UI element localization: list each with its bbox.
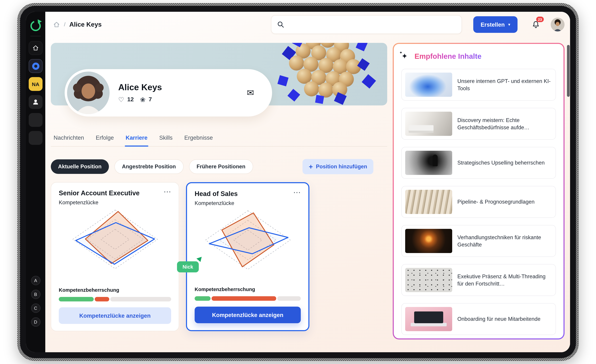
person-icon — [32, 98, 39, 106]
top-bar: / Alice Keys Erstellen ▾ 23 — [51, 12, 565, 37]
card-menu-button[interactable]: ⋯ — [164, 189, 171, 194]
scrollbar[interactable] — [567, 45, 570, 97]
notification-badge: 23 — [536, 17, 544, 22]
competency-gap-label: Kompetenzlücke — [195, 200, 301, 206]
recommended-item-title: Unsere internen GPT- und externen KI-Too… — [457, 77, 552, 92]
sidebar-divider — [30, 36, 41, 36]
add-position-button[interactable]: + Position hinzufügen — [303, 159, 373, 174]
filter-aktuelle-position[interactable]: Aktuelle Position — [51, 159, 109, 174]
profile-stats: ♡ 12 ❀ 7 — [118, 96, 162, 104]
app-window: NA A B C D / Alice Keys — [26, 12, 570, 352]
card-menu-button[interactable]: ⋯ — [293, 190, 301, 195]
recommended-item-title: Verhandlungstechniken für riskante Gesch… — [457, 233, 552, 248]
recommended-item-title: Strategisches Upselling beherrschen — [457, 159, 545, 167]
filter-fruehere-positionen[interactable]: Frühere Positionen — [189, 159, 253, 174]
thumbnail-laptop-pink — [405, 307, 452, 331]
recommended-item-title: Discovery meistern: Echte Geschäftsbedür… — [457, 116, 552, 131]
thumbnail-stairs — [405, 190, 452, 214]
banner-3d-decoration — [268, 43, 382, 105]
letter-c-label: C — [34, 305, 37, 311]
recommended-item[interactable]: Discovery meistern: Echte Geschäftsbedür… — [401, 108, 556, 140]
recommended-panel: ✦ ✦ Empfohlene Inhalte Unsere internen G… — [393, 43, 565, 340]
sparkle-small: ✦ — [399, 51, 402, 55]
sidebar-item-profile[interactable] — [29, 95, 43, 109]
filter-angestrebte-position[interactable]: Angestrebte Position — [114, 159, 184, 174]
show-competency-gap-button[interactable]: Kompetenzlücke anzeigen — [59, 307, 171, 324]
mastery-label: Kompetenzbeherrschung — [195, 287, 301, 292]
breadcrumb-current: Alice Keys — [69, 21, 102, 28]
create-button[interactable]: Erstellen ▾ — [473, 16, 518, 33]
progress-segment-remainder — [277, 296, 301, 301]
sidebar-item-d[interactable]: D — [31, 317, 40, 327]
na-badge: NA — [32, 81, 39, 87]
recommended-item[interactable]: Verhandlungstechniken für riskante Gesch… — [401, 225, 556, 257]
recommended-header: ✦ ✦ Empfohlene Inhalte — [401, 52, 556, 60]
mastery-progress-bar — [59, 297, 171, 301]
breadcrumb-separator: / — [64, 22, 66, 28]
badges-count: 7 — [149, 96, 152, 103]
show-competency-gap-button[interactable]: Kompetenzlücke anzeigen — [195, 307, 301, 323]
sidebar-item-current-app[interactable] — [29, 59, 43, 73]
letter-b-label: B — [34, 292, 37, 297]
letter-a-label: A — [34, 278, 37, 283]
app-logo-icon[interactable] — [29, 19, 43, 32]
sparkle-icon: ✦ ✦ — [401, 52, 410, 60]
recommended-item-title: Onboarding für neue Mitarbeitende — [457, 315, 541, 323]
rosette-icon: ❀ — [140, 96, 146, 104]
mail-icon[interactable]: ✉ — [247, 88, 254, 98]
recommended-item-title: Pipeline- & Prognosegrundlagen — [457, 198, 535, 206]
sidebar-item-a[interactable]: A — [31, 276, 40, 285]
sidebar-item-placeholder-1[interactable] — [29, 113, 43, 127]
profile-name: Alice Keys — [118, 82, 162, 92]
recommended-item[interactable]: Unsere internen GPT- und externen KI-Too… — [401, 69, 556, 101]
position-title: Senior Account Executive — [59, 189, 140, 197]
recommended-item[interactable]: Exekutive Präsenz & Multi-Threading für … — [401, 264, 556, 296]
sidebar-item-b[interactable]: B — [31, 290, 40, 299]
letter-d-label: D — [34, 319, 37, 325]
thumbnail-desk-keyboard — [405, 112, 452, 136]
home-icon — [32, 45, 39, 52]
search-input[interactable] — [288, 21, 456, 28]
progress-segment-green — [195, 296, 210, 301]
radar-chart — [203, 208, 292, 272]
tab-nachrichten[interactable]: Nachrichten — [54, 134, 84, 141]
collaborator-name-label: Nick — [183, 264, 193, 270]
body-row: Alice Keys ♡ 12 ❀ 7 ✉ Nachrichten Erfolg… — [51, 43, 565, 352]
sidebar-letter-group: A B C D — [31, 276, 40, 331]
device-bezel: NA A B C D / Alice Keys — [20, 6, 576, 358]
card-header: Senior Account Executive ⋯ — [59, 189, 171, 197]
recommended-item[interactable]: Onboarding für neue Mitarbeitende — [401, 303, 556, 335]
position-card-senior-account-executive[interactable]: Senior Account Executive ⋯ Kompetenzlück… — [51, 182, 179, 331]
mastery-progress-bar — [195, 296, 301, 301]
progress-segment-orange — [95, 297, 109, 301]
profile-main-column: Alice Keys ♡ 12 ❀ 7 ✉ Nachrichten Erfolg… — [51, 43, 387, 352]
chevron-down-icon: ▾ — [508, 22, 510, 27]
profile-tabs: Nachrichten Erfolge Karriere Skills Erge… — [51, 134, 387, 147]
tab-ergebnisse[interactable]: Ergebnisse — [184, 134, 213, 141]
profile-avatar-image — [67, 72, 110, 114]
recommended-item-title: Exekutive Präsenz & Multi-Threading für … — [457, 273, 552, 287]
position-card-head-of-sales[interactable]: Head of Sales ⋯ Kompetenzlücke Kompetenz… — [186, 182, 309, 331]
main-content: / Alice Keys Erstellen ▾ 23 — [45, 12, 570, 352]
sidebar-item-home[interactable] — [29, 41, 43, 55]
recommended-list: Unsere internen GPT- und externen KI-Too… — [401, 69, 556, 335]
app-sidebar: NA A B C D — [26, 12, 45, 352]
tab-karriere[interactable]: Karriere — [126, 134, 148, 141]
thumbnail-blue-abstract — [405, 73, 452, 97]
profile-card: Alice Keys ♡ 12 ❀ 7 ✉ — [65, 69, 272, 117]
position-title: Head of Sales — [195, 190, 238, 198]
recommended-item[interactable]: Strategisches Upselling beherrschen — [401, 147, 556, 179]
thumbnail-crowd — [405, 268, 452, 292]
sidebar-item-c[interactable]: C — [31, 304, 40, 313]
search-bar[interactable] — [271, 15, 462, 34]
thumbnail-chess-pawn — [405, 151, 452, 175]
recommended-item[interactable]: Pipeline- & Prognosegrundlagen — [401, 186, 556, 218]
position-cards-row: Senior Account Executive ⋯ Kompetenzlück… — [51, 182, 387, 331]
user-avatar[interactable] — [551, 18, 565, 31]
sidebar-item-na-workspace[interactable]: NA — [29, 77, 43, 91]
tab-erfolge[interactable]: Erfolge — [96, 134, 114, 141]
tab-skills[interactable]: Skills — [159, 134, 172, 141]
sidebar-item-placeholder-2[interactable] — [29, 131, 43, 145]
notifications-button[interactable]: 23 — [531, 20, 540, 29]
breadcrumb-home-icon[interactable] — [53, 21, 60, 28]
